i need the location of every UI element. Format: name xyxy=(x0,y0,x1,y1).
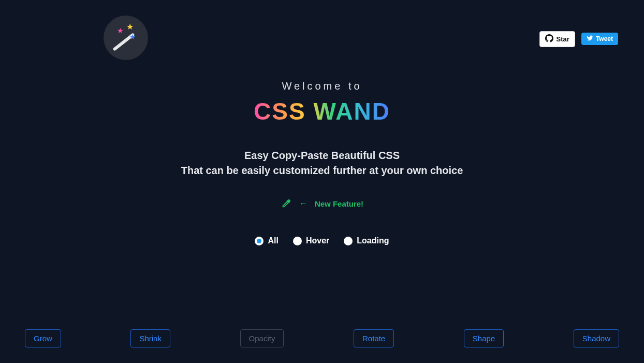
radio-icon xyxy=(344,237,353,245)
effect-shrink-button[interactable]: Shrink xyxy=(130,329,170,347)
effects-row: Grow Shrink Opacity Rotate Shape Shadow xyxy=(0,329,644,347)
filter-row: All Hover Loading xyxy=(0,236,644,245)
twitter-icon xyxy=(587,35,593,43)
filter-option-hover[interactable]: Hover xyxy=(293,236,329,245)
new-feature-row: ← New Feature! xyxy=(0,198,644,209)
welcome-text: Welcome to xyxy=(0,80,644,92)
effect-grow-button[interactable]: Grow xyxy=(25,329,61,347)
eyedropper-icon[interactable] xyxy=(281,198,292,209)
logo: ★ ★ ★ xyxy=(104,16,148,60)
effect-shape-button[interactable]: Shape xyxy=(464,329,504,347)
new-feature-label: New Feature! xyxy=(315,199,363,208)
tweet-label: Tweet xyxy=(596,35,613,42)
arrow-left-icon: ← xyxy=(299,199,308,208)
star-blue-icon: ★ xyxy=(129,33,136,40)
hero: Welcome to CSS WAND Easy Copy-Paste Beau… xyxy=(0,80,644,245)
effect-rotate-button[interactable]: Rotate xyxy=(354,329,394,347)
subtitle-line2: That can be easily customized further at… xyxy=(0,163,644,178)
filter-option-loading[interactable]: Loading xyxy=(344,236,389,245)
tweet-button[interactable]: Tweet xyxy=(581,33,618,45)
filter-label: Hover xyxy=(306,236,329,245)
radio-icon xyxy=(255,237,264,245)
radio-icon xyxy=(293,237,302,245)
star-yellow-icon: ★ xyxy=(126,23,134,31)
github-star-button[interactable]: Star xyxy=(539,31,575,47)
subtitle: Easy Copy-Paste Beautiful CSS That can b… xyxy=(0,148,644,178)
github-icon xyxy=(545,34,553,44)
header: ★ ★ ★ Star Tweet xyxy=(0,16,644,62)
filter-label: All xyxy=(268,236,278,245)
github-star-label: Star xyxy=(557,35,569,43)
effect-opacity-button[interactable]: Opacity xyxy=(240,329,284,347)
header-right: Star Tweet xyxy=(539,31,618,47)
subtitle-line1: Easy Copy-Paste Beautiful CSS xyxy=(0,148,644,163)
star-pink-icon: ★ xyxy=(117,27,124,34)
filter-option-all[interactable]: All xyxy=(255,236,278,245)
filter-label: Loading xyxy=(357,236,389,245)
effect-shadow-button[interactable]: Shadow xyxy=(574,329,619,347)
brand-title: CSS WAND xyxy=(254,97,390,125)
